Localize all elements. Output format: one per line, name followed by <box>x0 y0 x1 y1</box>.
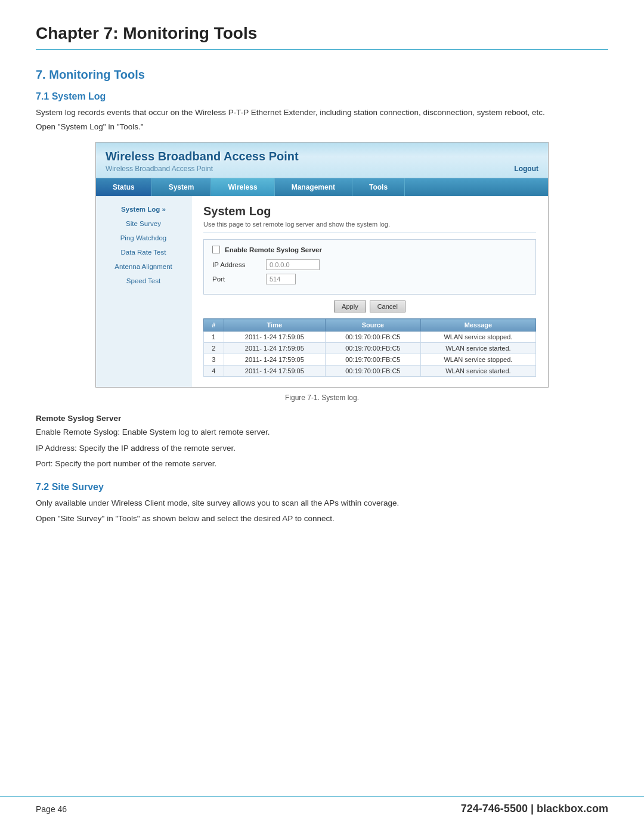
cancel-button[interactable]: Cancel <box>370 301 405 312</box>
section-72-line2: Open "Site Survey" in "Tools" as shown b… <box>36 513 608 525</box>
section-7-title: 7. Monitoring Tools <box>36 68 608 82</box>
section-71-instruction: Open "System Log" in "Tools." <box>36 122 608 131</box>
cell-time: 2011- 1-24 17:59:05 <box>224 354 325 366</box>
table-row: 42011- 1-24 17:59:0500:19:70:00:FB:C5WLA… <box>204 366 536 377</box>
col-header-message: Message <box>420 319 535 332</box>
ui-header: Wireless Broadband Access Point Wireless… <box>96 143 548 178</box>
footer-contact: 724-746-5500 | blackbox.com <box>461 803 608 815</box>
apply-button[interactable]: Apply <box>334 301 366 312</box>
ip-label: IP Address <box>212 261 260 268</box>
nav-wireless[interactable]: Wireless <box>211 178 274 196</box>
enable-remote-syslog-label: Enable Remote Syslog Server <box>225 246 322 253</box>
sidebar-ping-watchdog[interactable]: Ping Watchdog <box>96 231 191 245</box>
remote-syslog-title: Remote Syslog Server <box>36 414 608 423</box>
log-table: # Time Source Message 12011- 1-24 17:59:… <box>203 318 536 377</box>
nav-status[interactable]: Status <box>96 178 152 196</box>
port-label: Port <box>212 275 260 283</box>
brand-title: Wireless Broadband Access Point <box>106 150 299 163</box>
page-footer: Page 46 724-746-5500 | blackbox.com <box>0 796 644 815</box>
form-section: Enable Remote Syslog Server IP Address P… <box>203 239 536 295</box>
panel-title: System Log <box>203 205 536 218</box>
col-header-num: # <box>204 319 224 332</box>
cell-time: 2011- 1-24 17:59:05 <box>224 343 325 354</box>
sidebar-antenna-alignment[interactable]: Antenna Alignment <box>96 259 191 274</box>
cell-num: 4 <box>204 366 224 377</box>
cell-message: WLAN service stopped. <box>420 332 535 343</box>
cell-num: 2 <box>204 343 224 354</box>
ip-address-row: IP Address <box>212 259 527 270</box>
col-header-source: Source <box>325 319 420 332</box>
nav-bar: Status System Wireless Management Tools <box>96 178 548 196</box>
remote-syslog-line1: Enable Remote Syslog: Enable System log … <box>36 426 608 438</box>
panel-description: Use this page to set remote log server a… <box>203 221 536 233</box>
cell-num: 1 <box>204 332 224 343</box>
cell-source: 00:19:70:00:FB:C5 <box>325 332 420 343</box>
cell-num: 3 <box>204 354 224 366</box>
nav-system[interactable]: System <box>152 178 212 196</box>
cell-message: WLAN service stopped. <box>420 354 535 366</box>
remote-syslog-line3: Port: Specify the port number of the rem… <box>36 458 608 470</box>
section-71-description: System log records events that occur on … <box>36 107 608 119</box>
section-72-title: 7.2 Site Survey <box>36 482 608 493</box>
section-71-title: 7.1 System Log <box>36 91 608 102</box>
logout-button[interactable]: Logout <box>514 165 538 173</box>
sidebar-data-rate-test[interactable]: Data Rate Test <box>96 245 191 259</box>
nav-management[interactable]: Management <box>275 178 352 196</box>
section-72-line1: Only available under Wireless Client mod… <box>36 497 608 509</box>
col-header-time: Time <box>224 319 325 332</box>
figure-caption: Figure 7-1. System log. <box>36 394 608 402</box>
cell-source: 00:19:70:00:FB:C5 <box>325 343 420 354</box>
chapter-title: Chapter 7: Monitoring Tools <box>36 24 608 50</box>
enable-remote-syslog-row: Enable Remote Syslog Server <box>212 246 527 253</box>
port-row: Port <box>212 274 527 284</box>
ui-main-panel: System Log Use this page to set remote l… <box>191 196 548 387</box>
ip-address-input[interactable] <box>266 259 320 270</box>
cell-message: WLAN service started. <box>420 366 535 377</box>
ui-sidebar: System Log Site Survey Ping Watchdog Dat… <box>96 196 191 387</box>
footer-page-number: Page 46 <box>36 804 67 814</box>
cell-time: 2011- 1-24 17:59:05 <box>224 332 325 343</box>
remote-syslog-line2: IP Address: Specify the IP address of th… <box>36 442 608 454</box>
form-buttons: Apply Cancel <box>203 301 536 312</box>
cell-time: 2011- 1-24 17:59:05 <box>224 366 325 377</box>
ui-screenshot: Wireless Broadband Access Point Wireless… <box>95 142 549 388</box>
cell-source: 00:19:70:00:FB:C5 <box>325 354 420 366</box>
cell-message: WLAN service started. <box>420 343 535 354</box>
table-row: 22011- 1-24 17:59:0500:19:70:00:FB:C5WLA… <box>204 343 536 354</box>
sidebar-system-log[interactable]: System Log <box>96 202 191 216</box>
sidebar-site-survey[interactable]: Site Survey <box>96 216 191 231</box>
table-row: 32011- 1-24 17:59:0500:19:70:00:FB:C5WLA… <box>204 354 536 366</box>
nav-tools[interactable]: Tools <box>352 178 405 196</box>
sidebar-speed-test[interactable]: Speed Test <box>96 274 191 288</box>
brand-subtitle: Wireless Broadband Access Point <box>106 165 299 173</box>
port-input[interactable] <box>266 274 296 284</box>
enable-remote-syslog-checkbox[interactable] <box>212 246 220 253</box>
cell-source: 00:19:70:00:FB:C5 <box>325 366 420 377</box>
ui-content: System Log Site Survey Ping Watchdog Dat… <box>96 196 548 387</box>
table-row: 12011- 1-24 17:59:0500:19:70:00:FB:C5WLA… <box>204 332 536 343</box>
